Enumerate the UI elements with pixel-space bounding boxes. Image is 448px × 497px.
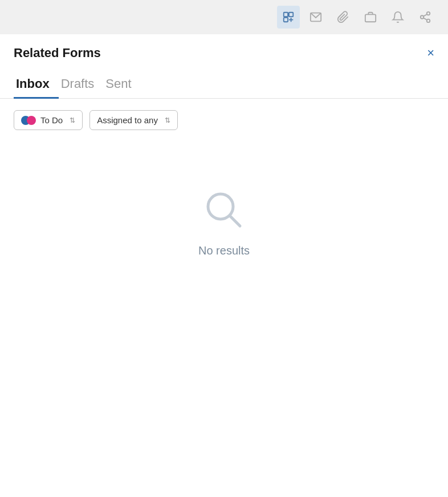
tasks-icon[interactable] [277,6,300,29]
tab-drafts[interactable]: Drafts [59,70,104,99]
tab-sent[interactable]: Sent [103,70,140,99]
bell-icon[interactable] [386,6,409,29]
dot-pink [27,116,36,125]
no-results-text: No results [198,244,250,257]
assignee-filter-dropdown[interactable]: Assigned to any ⇅ [89,110,178,130]
svg-point-10 [427,19,430,22]
panel-header: Related Forms × [0,34,448,70]
filters-row: To Do ⇅ Assigned to any ⇅ [0,99,448,142]
empty-state: No results [0,142,448,303]
tab-inbox[interactable]: Inbox [14,70,59,99]
svg-rect-0 [284,13,288,17]
mail-icon[interactable] [304,6,327,29]
svg-line-14 [230,216,240,226]
svg-line-11 [423,18,427,20]
assignee-chevron-icon: ⇅ [165,116,170,124]
svg-rect-6 [365,14,376,22]
svg-line-12 [423,14,427,17]
svg-rect-2 [284,18,288,22]
briefcase-icon[interactable] [359,6,382,29]
svg-rect-1 [289,13,293,17]
tabs-container: Inbox Drafts Sent [0,70,448,99]
share-icon[interactable] [414,6,437,29]
svg-point-8 [427,12,430,15]
close-button[interactable]: × [427,47,434,59]
toolbar [0,0,448,34]
status-filter-dropdown[interactable]: To Do ⇅ [14,110,83,130]
paperclip-icon[interactable] [332,6,355,29]
svg-point-9 [421,15,424,19]
status-dots [21,116,36,125]
related-forms-panel: Related Forms × Inbox Drafts Sent To Do … [0,34,448,497]
status-filter-label: To Do [40,115,63,125]
status-chevron-icon: ⇅ [70,116,75,124]
no-results-search-icon [201,187,247,233]
panel-title: Related Forms [14,46,101,60]
assignee-filter-label: Assigned to any [97,115,158,125]
